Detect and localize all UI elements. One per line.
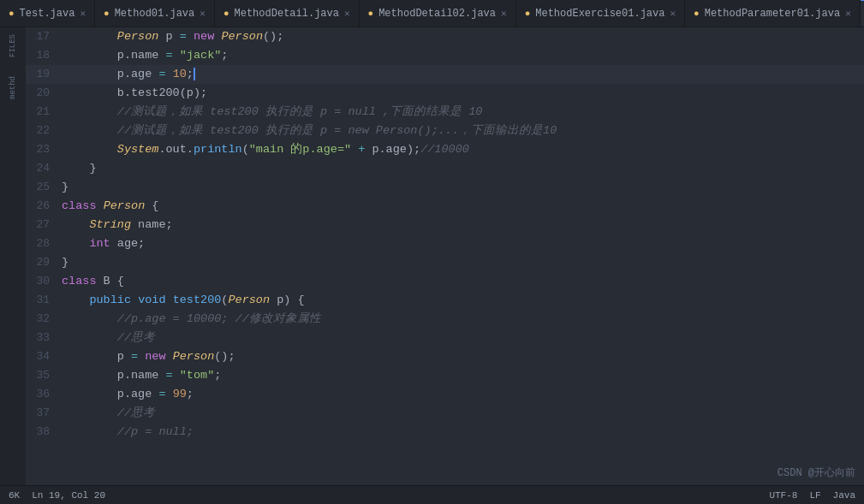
- line-code: p.age = 99;: [58, 385, 864, 404]
- code-line-35: 35 p.name = "tom";: [26, 366, 864, 385]
- tab-methodparameter02[interactable]: ● MethodParameter02.java ✕: [861, 0, 864, 27]
- line-code: //测试题，如果 test200 执行的是 p = new Person();.…: [58, 122, 864, 140]
- java-icon: ●: [694, 9, 700, 19]
- line-number: 34: [26, 347, 58, 366]
- line-code: p.name = "jack";: [58, 46, 864, 65]
- tab-methodexercise01[interactable]: ● MethodExercise01.java ✕: [516, 0, 685, 27]
- line-code: String name;: [58, 216, 864, 234]
- tab-test[interactable]: ● Test.java ✕: [0, 0, 95, 27]
- line-code: }: [58, 253, 864, 272]
- line-number: 19: [26, 65, 58, 84]
- line-number: 27: [26, 216, 58, 234]
- encoding: UTF-8: [769, 490, 797, 501]
- tab-label: MethodExercise01.java: [535, 8, 664, 20]
- line-number: 25: [26, 178, 58, 197]
- code-line-23: 23 System.out.println("main 的p.age=" + p…: [26, 140, 864, 159]
- cursor-position: Ln 19, Col 20: [32, 490, 105, 501]
- code-line-22: 22 //测试题，如果 test200 执行的是 p = new Person(…: [26, 122, 864, 140]
- code-line-38: 38 //p = null;: [26, 423, 864, 442]
- code-line-29: 29 }: [26, 253, 864, 272]
- line-number: 20: [26, 84, 58, 103]
- line-number: 22: [26, 122, 58, 140]
- close-icon[interactable]: ✕: [80, 8, 86, 19]
- code-line-33: 33 //思考: [26, 329, 864, 347]
- line-code: }: [58, 159, 864, 178]
- line-number: 36: [26, 385, 58, 404]
- line-code: public void test200(Person p) {: [58, 291, 864, 310]
- java-icon: ●: [223, 9, 229, 19]
- close-icon[interactable]: ✕: [344, 8, 350, 19]
- code-line-17: 17 Person p = new Person();: [26, 27, 864, 46]
- line-code: //测试题，如果 test200 执行的是 p = null ,下面的结果是 1…: [58, 103, 864, 122]
- tab-methoddetail[interactable]: ● MethodDetail.java ✕: [215, 0, 360, 27]
- line-number: 21: [26, 103, 58, 122]
- line-number: 24: [26, 159, 58, 178]
- code-line-25: 25 }: [26, 178, 864, 197]
- code-line-37: 37 //思考: [26, 404, 864, 423]
- line-number: 29: [26, 253, 58, 272]
- code-line-27: 27 String name;: [26, 216, 864, 234]
- code-line-36: 36 p.age = 99;: [26, 385, 864, 404]
- line-ending: LF: [809, 490, 820, 501]
- files-label: FILES: [9, 34, 17, 57]
- main-layout: FILES methd 17 Person p = new Person(); …: [0, 27, 864, 485]
- code-line-19: 19 p.age = 10;: [26, 65, 864, 84]
- status-left: 6K Ln 19, Col 20: [9, 490, 105, 501]
- close-icon[interactable]: ✕: [845, 8, 851, 19]
- tab-methoddetail02[interactable]: ● MethodDetail02.java ✕: [360, 0, 516, 27]
- line-number: 31: [26, 291, 58, 310]
- tab-method01[interactable]: ● Method01.java ✕: [95, 0, 215, 27]
- code-line-18: 18 p.name = "jack";: [26, 46, 864, 65]
- code-line-24: 24 }: [26, 159, 864, 178]
- close-icon[interactable]: ✕: [200, 8, 206, 19]
- line-code: //p.age = 10000; //修改对象属性: [58, 310, 864, 329]
- code-line-34: 34 p = new Person();: [26, 347, 864, 366]
- language: Java: [833, 490, 855, 501]
- tab-label: MethodParameter01.java: [705, 8, 840, 20]
- close-icon[interactable]: ✕: [501, 8, 507, 19]
- methd-label: methd: [9, 76, 17, 99]
- line-code: Person p = new Person();: [58, 27, 864, 46]
- code-line-28: 28 int age;: [26, 234, 864, 253]
- code-line-21: 21 //测试题，如果 test200 执行的是 p = null ,下面的结果…: [26, 103, 864, 122]
- status-right: UTF-8 LF Java: [769, 490, 855, 501]
- line-code: class B {: [58, 272, 864, 291]
- tab-methodparameter01[interactable]: ● MethodParameter01.java ✕: [685, 0, 861, 27]
- left-sidebar: FILES methd: [0, 27, 26, 485]
- line-code: class Person {: [58, 197, 864, 216]
- line-number: 18: [26, 46, 58, 65]
- line-number: 37: [26, 404, 58, 423]
- line-code: p.age = 10;: [58, 65, 864, 84]
- line-code: p.name = "tom";: [58, 366, 864, 385]
- line-number: 38: [26, 423, 58, 442]
- line-code: //思考: [58, 329, 864, 347]
- line-number: 17: [26, 27, 58, 46]
- java-icon: ●: [525, 9, 531, 19]
- watermark: CSDN @开心向前: [778, 465, 855, 480]
- line-number: 30: [26, 272, 58, 291]
- tab-label: Test.java: [20, 8, 75, 20]
- line-code: System.out.println("main 的p.age=" + p.ag…: [58, 140, 864, 159]
- line-number: 35: [26, 366, 58, 385]
- line-code: p = new Person();: [58, 347, 864, 366]
- line-code: }: [58, 178, 864, 197]
- line-number: 33: [26, 329, 58, 347]
- status-bar: 6K Ln 19, Col 20 UTF-8 LF Java: [0, 485, 864, 504]
- line-code: b.test200(p);: [58, 84, 864, 103]
- tab-label: MethodDetail02.java: [378, 8, 496, 20]
- code-line-20: 20 b.test200(p);: [26, 84, 864, 103]
- line-number: 32: [26, 310, 58, 329]
- tab-bar: ● Test.java ✕ ● Method01.java ✕ ● Method…: [0, 0, 864, 27]
- code-editor[interactable]: 17 Person p = new Person(); 18 p.name = …: [26, 27, 864, 485]
- file-size: 6K: [9, 490, 20, 501]
- line-number: 23: [26, 140, 58, 159]
- code-line-32: 32 //p.age = 10000; //修改对象属性: [26, 310, 864, 329]
- java-icon: ●: [104, 9, 110, 19]
- line-code: //p = null;: [58, 423, 864, 442]
- close-icon[interactable]: ✕: [670, 8, 676, 19]
- tab-label: Method01.java: [115, 8, 195, 20]
- java-icon: ●: [368, 9, 374, 19]
- tab-label: MethodDetail.java: [235, 8, 339, 20]
- code-line-26: 26 class Person {: [26, 197, 864, 216]
- code-line-31: 31 public void test200(Person p) {: [26, 291, 864, 310]
